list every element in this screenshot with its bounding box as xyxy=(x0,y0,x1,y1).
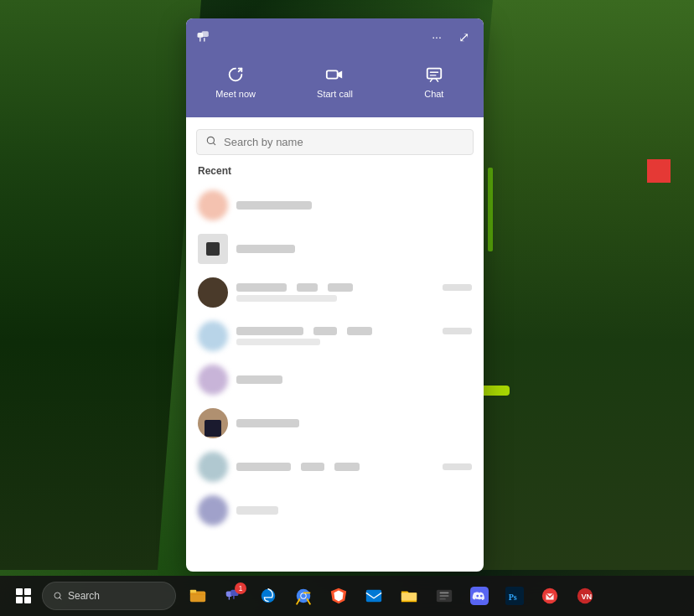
title-bar-left xyxy=(194,28,213,46)
svg-rect-23 xyxy=(440,592,449,593)
contact-name-row xyxy=(236,375,472,384)
contact-preview xyxy=(236,339,320,345)
contact-name xyxy=(236,506,278,515)
meet-now-icon xyxy=(225,64,246,85)
meet-now-label: Meet now xyxy=(215,89,256,99)
more-options-button[interactable]: ··· xyxy=(425,25,448,49)
taskbar-icon-discord[interactable] xyxy=(463,579,496,613)
more-dots-icon: ··· xyxy=(432,30,442,44)
contact-name-extra2 xyxy=(334,463,360,471)
taskbar-icon-chrome[interactable] xyxy=(287,579,320,613)
list-item[interactable] xyxy=(186,489,484,532)
xbox-icon xyxy=(435,587,453,605)
svg-point-17 xyxy=(301,593,306,598)
taskbar-icon-file-explorer[interactable] xyxy=(181,579,215,613)
contact-name-row xyxy=(236,506,472,515)
contact-info xyxy=(236,375,472,384)
app2-icon: VN xyxy=(576,587,594,605)
svg-point-28 xyxy=(480,595,483,598)
search-input[interactable] xyxy=(224,136,464,148)
taskbar-search-label: Search xyxy=(68,590,100,602)
contact-preview xyxy=(236,295,337,302)
search-icon xyxy=(205,135,217,149)
svg-rect-8 xyxy=(190,592,205,603)
contact-name xyxy=(236,283,287,292)
red-square-decoration xyxy=(647,159,671,183)
teams-badge: 1 xyxy=(235,582,246,594)
expand-icon: ⤢ xyxy=(458,29,469,45)
contact-name-extra xyxy=(301,463,324,471)
glow-accent-3 xyxy=(488,168,493,251)
action-bar: Meet now Start call Chat xyxy=(186,55,484,117)
discord-icon xyxy=(470,587,489,605)
contact-info xyxy=(236,463,472,471)
taskbar-icon-teams[interactable]: 1 xyxy=(216,579,250,613)
list-item[interactable] xyxy=(186,358,484,401)
contact-name xyxy=(236,463,291,471)
svg-rect-3 xyxy=(427,69,442,79)
chat-button[interactable]: Chat xyxy=(388,55,480,107)
svg-rect-21 xyxy=(401,593,417,600)
taskbar-icons: 1 xyxy=(181,579,602,613)
avatar xyxy=(198,234,228,264)
meet-now-button[interactable]: Meet now xyxy=(189,55,282,107)
contact-name-row xyxy=(236,201,472,210)
start-call-label: Start call xyxy=(317,89,353,99)
contact-info xyxy=(236,201,472,210)
avatar xyxy=(198,321,228,351)
list-item[interactable] xyxy=(186,271,484,314)
svg-point-27 xyxy=(476,595,479,598)
taskbar-icon-brave[interactable] xyxy=(322,579,355,613)
contact-time xyxy=(443,328,472,334)
contact-name-extra2 xyxy=(347,327,372,335)
taskbar-icon-folder[interactable] xyxy=(392,579,426,613)
svg-rect-20 xyxy=(366,590,381,603)
folder-icon xyxy=(400,587,418,605)
contact-name xyxy=(236,375,282,384)
list-item[interactable] xyxy=(186,314,484,358)
start-call-button[interactable]: Start call xyxy=(288,55,381,107)
list-item[interactable] xyxy=(186,227,484,271)
taskbar-icon-app2[interactable]: VN xyxy=(568,579,602,613)
avatar-inner-dark xyxy=(205,420,221,437)
taskbar-icon-app1[interactable] xyxy=(533,579,567,613)
app1-icon xyxy=(541,587,559,605)
contact-time xyxy=(443,284,472,291)
list-item[interactable] xyxy=(186,401,484,445)
taskbar-search[interactable]: Search xyxy=(42,582,176,610)
svg-rect-2 xyxy=(327,70,338,78)
taskbar-icon-outlook[interactable] xyxy=(357,579,391,613)
svg-rect-25 xyxy=(440,598,446,600)
recent-section-label: Recent xyxy=(186,162,484,184)
windows-icon xyxy=(16,588,31,603)
avatar xyxy=(198,408,228,438)
taskbar: Search 1 xyxy=(0,576,694,616)
contact-name xyxy=(236,327,303,335)
list-item[interactable] xyxy=(186,184,484,227)
svg-rect-9 xyxy=(190,590,196,593)
edge-icon xyxy=(259,587,277,605)
search-area xyxy=(186,117,484,162)
svg-rect-1 xyxy=(202,31,209,37)
taskbar-icon-xbox[interactable] xyxy=(427,579,461,613)
svg-rect-24 xyxy=(440,595,449,597)
outlook-icon xyxy=(365,587,383,605)
taskbar-icon-edge[interactable] xyxy=(251,579,285,613)
contact-info xyxy=(236,245,472,253)
avatar xyxy=(198,495,228,525)
contact-time xyxy=(443,463,472,470)
title-bar-actions: ··· ⤢ xyxy=(425,25,475,49)
expand-button[interactable]: ⤢ xyxy=(452,25,475,49)
file-explorer-icon xyxy=(189,587,207,605)
start-call-icon xyxy=(324,64,345,85)
contact-list[interactable] xyxy=(186,184,484,572)
avatar xyxy=(198,452,228,482)
start-button[interactable] xyxy=(7,579,40,613)
list-item[interactable] xyxy=(186,445,484,489)
title-bar: ··· ⤢ xyxy=(186,18,484,55)
contact-name-extra xyxy=(297,283,318,292)
contact-name-row xyxy=(236,463,472,471)
taskbar-icon-photoshop[interactable]: Ps xyxy=(498,579,531,613)
contact-info xyxy=(236,419,472,427)
search-box xyxy=(196,129,474,155)
